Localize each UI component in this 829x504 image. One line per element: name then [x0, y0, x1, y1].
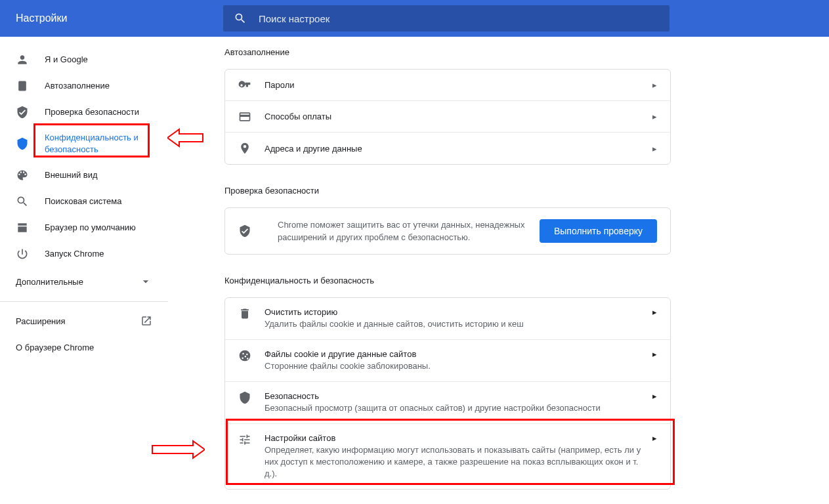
row-subtitle: Сторонние файлы cookie заблокированы. — [265, 360, 652, 372]
sidebar-item-safety-check[interactable]: Проверка безопасности — [0, 99, 168, 125]
sidebar-nav: Я и Google Автозаполнение Проверка безоп… — [0, 37, 168, 504]
external-link-icon — [140, 315, 152, 327]
shield-check-icon — [16, 106, 29, 119]
sidebar-item-on-startup[interactable]: Запуск Chrome — [0, 241, 168, 267]
extensions-label: Расширения — [16, 316, 66, 326]
row-site-settings[interactable]: Настройки сайтов Определяет, какую инфор… — [225, 424, 670, 489]
run-safety-check-button[interactable]: Выполнить проверку — [540, 219, 657, 243]
section-title-safety: Проверка безопасности — [224, 186, 671, 207]
sidebar-item-privacy-security[interactable]: Конфиденциальность и безопасность — [0, 125, 168, 162]
chevron-right-icon: ▸ — [652, 349, 657, 359]
row-passwords[interactable]: Пароли ▸ — [225, 70, 670, 101]
row-title: Очистить историю — [265, 307, 652, 317]
sidebar-item-autofill[interactable]: Автозаполнение — [0, 73, 168, 99]
section-title-autofill: Автозаполнение — [224, 47, 671, 69]
sidebar-item-search-engine[interactable]: Поисковая система — [0, 188, 168, 215]
browser-icon — [16, 221, 29, 234]
shield-check-icon — [238, 224, 251, 238]
sidebar-item-label: Запуск Chrome — [45, 248, 104, 260]
sidebar-item-extensions[interactable]: Расширения — [0, 307, 168, 335]
sidebar-item-about[interactable]: О браузере Chrome — [0, 335, 168, 360]
location-icon — [238, 142, 251, 155]
autofill-card: Пароли ▸ Способы оплаты ▸ Адреса и други… — [224, 69, 671, 165]
chevron-right-icon: ▸ — [652, 433, 657, 443]
search-input[interactable] — [259, 13, 659, 24]
safety-check-text: Chrome поможет защитить вас от утечки да… — [278, 219, 526, 243]
row-label: Пароли — [265, 80, 652, 90]
chevron-right-icon: ▸ — [652, 307, 657, 317]
sidebar-item-appearance[interactable]: Внешний вид — [0, 162, 168, 188]
key-icon — [238, 79, 251, 92]
row-addresses[interactable]: Адреса и другие данные ▸ — [225, 133, 670, 164]
advanced-label: Дополнительные — [16, 277, 83, 287]
row-label: Способы оплаты — [265, 112, 652, 121]
sidebar-item-label: Конфиденциальность и безопасность — [45, 132, 168, 156]
divider — [0, 301, 168, 302]
row-label: Адреса и другие данные — [265, 144, 652, 154]
person-icon — [16, 53, 29, 66]
search-icon — [234, 12, 247, 25]
app-header: Настройки — [0, 0, 829, 37]
chevron-right-icon: ▸ — [652, 391, 657, 401]
row-security[interactable]: Безопасность Безопасный просмотр (защита… — [225, 382, 670, 424]
chevron-right-icon: ▸ — [652, 112, 657, 121]
app-title: Настройки — [0, 12, 223, 24]
row-title: Безопасность — [265, 391, 652, 401]
settings-content: Автозаполнение Пароли ▸ Способы оплаты ▸… — [168, 37, 829, 504]
sidebar-item-label: Браузер по умолчанию — [45, 222, 136, 234]
section-title-privacy: Конфиденциальность и безопасность — [224, 276, 671, 297]
row-cookies[interactable]: Файлы cookie и другие данные сайтов Стор… — [225, 340, 670, 382]
trash-icon — [238, 307, 251, 320]
search-box[interactable] — [223, 5, 670, 32]
autofill-icon — [16, 79, 29, 93]
row-title: Файлы cookie и другие данные сайтов — [265, 349, 652, 359]
sidebar-item-label: Проверка безопасности — [45, 106, 139, 118]
row-payment-methods[interactable]: Способы оплаты ▸ — [225, 101, 670, 133]
row-subtitle: Определяет, какую информацию могут испол… — [265, 444, 652, 480]
privacy-card: Очистить историю Удалить файлы cookie и … — [224, 297, 671, 490]
shield-icon — [16, 137, 29, 150]
about-label: О браузере Chrome — [16, 343, 94, 352]
row-clear-browsing-data[interactable]: Очистить историю Удалить файлы cookie и … — [225, 298, 670, 340]
sidebar-item-label: Автозаполнение — [45, 80, 110, 92]
power-icon — [16, 247, 29, 261]
chevron-down-icon — [139, 275, 152, 288]
row-title: Настройки сайтов — [265, 433, 652, 443]
sidebar-item-default-browser[interactable]: Браузер по умолчанию — [0, 215, 168, 241]
search-icon — [16, 195, 29, 208]
row-subtitle: Удалить файлы cookie и данные сайтов, оч… — [265, 318, 652, 330]
palette-icon — [16, 169, 29, 182]
sidebar-item-you-and-google[interactable]: Я и Google — [0, 47, 168, 73]
chevron-right-icon: ▸ — [652, 80, 657, 90]
cookie-icon — [238, 349, 251, 362]
sidebar-advanced-toggle[interactable]: Дополнительные — [0, 267, 168, 296]
sidebar-item-label: Поисковая система — [45, 196, 122, 207]
sidebar-item-label: Внешний вид — [45, 169, 98, 181]
chevron-right-icon: ▸ — [652, 144, 657, 154]
credit-card-icon — [238, 110, 251, 123]
sidebar-item-label: Я и Google — [45, 54, 88, 66]
row-subtitle: Безопасный просмотр (защита от опасных с… — [265, 402, 652, 414]
shield-icon — [238, 391, 251, 404]
safety-check-card: Chrome поможет защитить вас от утечки да… — [224, 207, 671, 255]
tune-icon — [238, 433, 251, 446]
